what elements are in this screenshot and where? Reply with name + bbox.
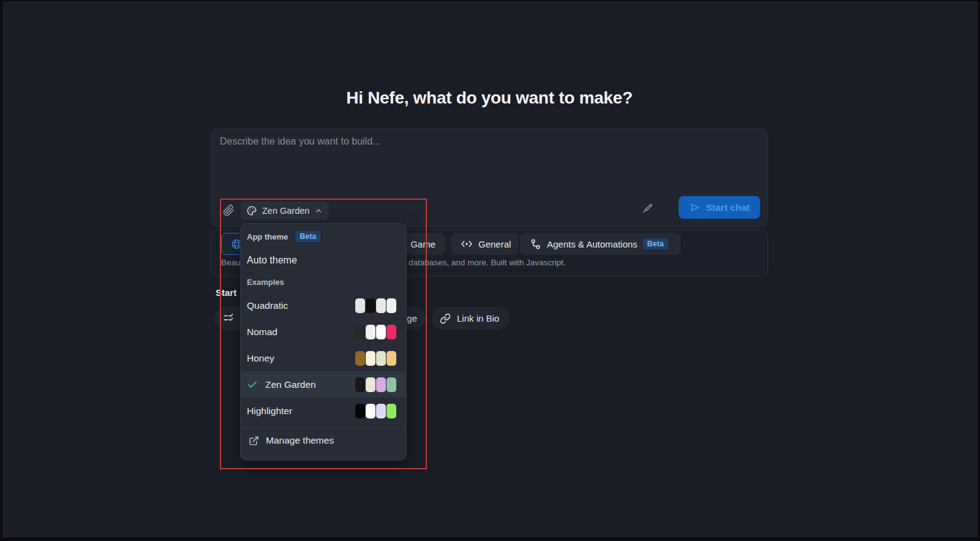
code-star-icon: [461, 238, 473, 250]
theme-name: Nomad: [247, 327, 277, 338]
tab-game-label: Game: [410, 239, 435, 249]
app-type-description-suffix: databases, and more. Built with Javascri…: [409, 258, 566, 267]
tab-general[interactable]: General: [451, 233, 518, 255]
menu-item-theme-honey[interactable]: Honey: [241, 345, 406, 371]
idea-input[interactable]: [220, 136, 753, 192]
check-icon: [247, 379, 258, 390]
attach-button[interactable]: [221, 203, 236, 218]
menu-divider: [241, 427, 406, 428]
theme-list: Quadratic Nomad Honey: [241, 292, 406, 424]
theme-swatches: [355, 325, 396, 339]
menu-item-theme-highlighter[interactable]: Highlighter: [241, 398, 406, 424]
theme-menu-header: App theme Beta: [247, 231, 320, 242]
start-chat-label: Start chat: [706, 202, 750, 213]
menu-item-theme-quadratic[interactable]: Quadratic: [241, 292, 406, 319]
menu-item-theme-nomad[interactable]: Nomad: [241, 319, 406, 345]
theme-selector-label: Zen Garden: [262, 206, 309, 216]
tab-agents-label: Agents & Automations: [547, 239, 638, 249]
theme-name: Highlighter: [247, 406, 292, 417]
theme-menu-header-label: App theme: [247, 232, 288, 241]
tab-agents-automations[interactable]: Agents & Automations Beta: [520, 233, 680, 255]
external-link-icon: [249, 436, 259, 446]
example-chip-link-in-bio[interactable]: Link in Bio: [432, 307, 510, 330]
theme-menu: App theme Beta Auto theme Examples Quadr…: [240, 223, 407, 461]
workflow-icon: [530, 238, 541, 250]
theme-swatches: [355, 298, 396, 313]
theme-name: Quadratic: [247, 300, 288, 311]
page-title: Hi Nefe, what do you want to make?: [211, 88, 768, 108]
start-chat-button[interactable]: Start chat: [679, 196, 761, 219]
start-section-heading: Start: [216, 287, 236, 298]
auto-theme-label: Auto theme: [247, 255, 297, 266]
send-icon: [689, 202, 701, 213]
link-icon: [440, 313, 451, 324]
theme-menu-beta-badge: Beta: [295, 231, 320, 242]
palette-icon: [246, 205, 257, 216]
menu-item-manage-themes[interactable]: Manage themes: [241, 431, 406, 450]
example-chip-link-label: Link in Bio: [457, 313, 499, 323]
paperclip-icon: [223, 205, 235, 216]
composer-card: Zen Garden Start chat: [211, 128, 768, 227]
examples-section-header: Examples: [247, 278, 284, 287]
checklist-icon: [222, 312, 234, 324]
theme-swatches: [355, 351, 396, 366]
improve-prompt-button[interactable]: [640, 201, 655, 216]
manage-themes-label: Manage themes: [266, 435, 334, 446]
example-chip-partial-label: ge: [407, 313, 417, 323]
theme-name: Zen Garden: [265, 379, 316, 390]
menu-item-theme-zen-garden[interactable]: Zen Garden: [241, 371, 406, 398]
chevron-up-icon: [314, 206, 323, 215]
menu-item-auto-theme[interactable]: Auto theme: [241, 249, 406, 271]
agents-beta-badge: Beta: [643, 238, 668, 249]
theme-swatches: [355, 404, 396, 418]
theme-swatches: [355, 377, 396, 392]
app-screen: Hi Nefe, what do you want to make?: [0, 0, 980, 541]
tab-general-label: General: [478, 239, 511, 249]
quill-icon: [641, 202, 654, 214]
app-type-description-prefix: Beau: [221, 258, 241, 267]
theme-name: Honey: [247, 353, 274, 364]
theme-selector-button[interactable]: Zen Garden: [241, 202, 329, 220]
